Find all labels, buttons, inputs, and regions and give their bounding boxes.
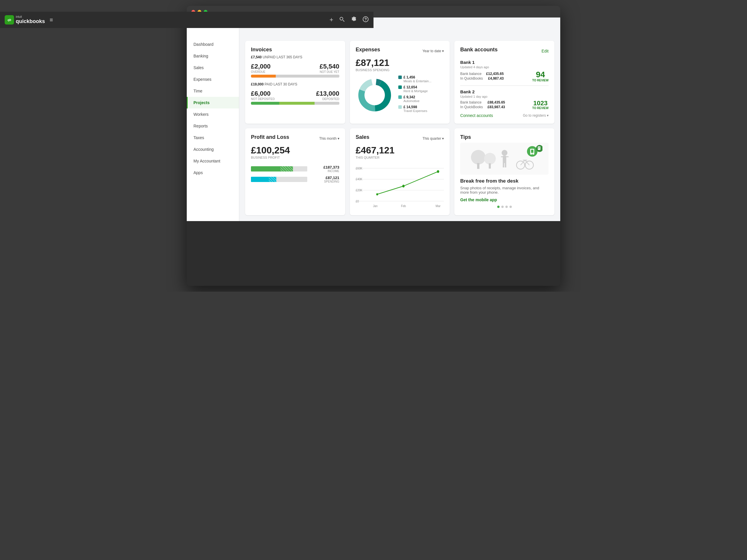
bank-accounts-card: Bank accounts Edit Bank 1 Updated 4 days… [454, 41, 555, 124]
invoices-notdue-amount: £5,540 [319, 63, 339, 70]
svg-text:£60K: £60K [356, 166, 362, 170]
connect-accounts-link[interactable]: Connect accounts [460, 113, 493, 118]
income-bar-info: £187,373 INCOME [310, 165, 339, 173]
svg-point-7 [364, 85, 385, 105]
bank-name-0: Bank 1 [460, 60, 548, 65]
dot-2[interactable] [506, 206, 508, 208]
svg-rect-28 [501, 156, 504, 157]
invoices-title: Invoices [251, 47, 339, 53]
legend-dot-0 [398, 76, 402, 79]
svg-rect-30 [503, 163, 504, 167]
pnl-filter[interactable]: This month ▾ [319, 136, 339, 140]
spending-bar-info: £87,121 SPENDING [310, 176, 339, 183]
expenses-title: Expenses [356, 47, 380, 53]
sales-total: £467,121 [356, 145, 444, 156]
spending-bar-track [251, 177, 307, 182]
invoices-progress-bar2 [251, 102, 339, 105]
sidebar-item-expenses[interactable]: Expenses [187, 74, 239, 85]
invoices-notdeposited-amount: £6,000 [251, 90, 275, 98]
invoices-overdue-amount: £2,000 [251, 63, 271, 70]
expenses-legend: £ 1,456 Meals & Entertain... £ 12,654 Re… [398, 75, 444, 115]
tips-title: Tips [460, 134, 548, 140]
legend-dot-1 [398, 85, 402, 89]
svg-rect-31 [505, 163, 506, 167]
not-deposited-bar [251, 102, 279, 105]
bank-card-header: Bank accounts Edit [460, 47, 548, 55]
bank-name-1: Bank 2 [460, 89, 548, 94]
invoices-unpaid-label: £7,540 UNPAID LAST 365 DAYS [251, 55, 339, 59]
top-nav: qb intuit quickbooks ≡ + [187, 12, 374, 28]
sales-header: Sales This quarter ▾ [356, 134, 444, 143]
svg-point-22 [471, 150, 486, 164]
sidebar-item-my-accountant[interactable]: My Accountant [187, 155, 239, 167]
bank-updated-0: Updated 4 days ago [460, 65, 548, 69]
svg-rect-25 [489, 163, 491, 168]
sidebar-item-dashboard[interactable]: Dashboard [187, 38, 239, 50]
invoices-notdeposited-label: NOT DEPOSITED [251, 98, 275, 101]
sidebar-item-apps[interactable]: Apps [187, 167, 239, 179]
sidebar-item-sales[interactable]: Sales [187, 62, 239, 74]
svg-point-0 [340, 17, 343, 20]
pnl-total: £100,254 [251, 145, 339, 156]
review-badge-0[interactable]: 94 TO REVIEW [532, 71, 548, 82]
expenses-filter[interactable]: Year to date ▾ [422, 49, 444, 53]
sidebar-item-time[interactable]: Time [187, 85, 239, 97]
sidebar-item-workers[interactable]: Workers [187, 108, 239, 120]
svg-point-17 [402, 185, 405, 187]
svg-line-1 [343, 20, 344, 22]
svg-point-18 [437, 170, 439, 173]
sidebar-item-projects[interactable]: Projects [187, 97, 239, 108]
search-button[interactable] [339, 16, 345, 24]
expenses-content: £ 1,456 Meals & Entertain... £ 12,654 Re… [356, 75, 444, 115]
svg-text:£0: £0 [356, 199, 359, 203]
svg-point-24 [484, 153, 496, 164]
sidebar: Dashboard Banking Sales Expenses Time Pr… [187, 18, 239, 221]
spending-bar-row: £87,121 SPENDING [251, 176, 339, 183]
sidebar-item-banking[interactable]: Banking [187, 50, 239, 62]
sales-filter[interactable]: This quarter ▾ [422, 136, 444, 140]
add-button[interactable]: + [330, 16, 333, 24]
tips-illustration [460, 143, 548, 175]
dot-3[interactable] [510, 206, 512, 208]
sidebar-item-reports[interactable]: Reports [187, 120, 239, 132]
tips-card-title: Break free from the desk [460, 178, 548, 184]
go-registers-link[interactable]: Go to registers ▾ [523, 113, 548, 117]
bank-edit-link[interactable]: Edit [542, 49, 548, 53]
sales-line-chart: £60K £40K £20K £0 Jan F [356, 163, 444, 209]
expenses-donut-chart [356, 76, 394, 114]
overdue-bar [251, 75, 276, 78]
legend-item-0: £ 1,456 Meals & Entertain... [398, 75, 444, 83]
svg-point-26 [501, 150, 508, 156]
svg-rect-23 [477, 163, 480, 169]
legend-dot-2 [398, 96, 402, 99]
expenses-sublabel: BUSINESS SPENDING [356, 68, 444, 72]
svg-text:Feb: Feb [401, 204, 406, 208]
dashboard-grid: Invoices £7,540 UNPAID LAST 365 DAYS £2,… [245, 41, 555, 215]
dot-0[interactable] [497, 206, 499, 208]
dot-1[interactable] [501, 206, 504, 208]
settings-button[interactable] [351, 16, 357, 24]
invoices-deposited-label: DEPOSITED [316, 98, 339, 101]
profit-loss-card: Profit and Loss This month ▾ £100,254 BU… [245, 128, 345, 215]
qb-balance-0: £4,987.43 [488, 76, 504, 80]
income-bar-track [251, 166, 307, 171]
svg-text:Jan: Jan [373, 204, 378, 208]
main-content: Invoices £7,540 UNPAID LAST 365 DAYS £2,… [239, 18, 560, 221]
tips-cta-link[interactable]: Get the mobile app [460, 197, 548, 202]
help-button[interactable] [362, 16, 369, 24]
svg-rect-39 [531, 150, 534, 153]
income-bar-row: £187,373 INCOME [251, 165, 339, 173]
sidebar-item-accounting[interactable]: Accounting [187, 143, 239, 155]
review-badge-1[interactable]: 1023 TO REVIEW [532, 100, 548, 110]
sidebar-item-taxes[interactable]: Taxes [187, 132, 239, 143]
svg-text:£20K: £20K [356, 188, 362, 192]
bank-balance-0: £12,435.65 [486, 72, 504, 76]
svg-rect-42 [538, 146, 540, 150]
invoices-amounts-row2: £6,000 NOT DEPOSITED £13,000 DEPOSITED [251, 90, 339, 101]
deposited-bar [279, 102, 314, 105]
expenses-total: £87,121 [356, 57, 444, 68]
bank-item-1: Bank 2 Updated 1 day ago Bank balance £8… [460, 89, 548, 110]
invoices-notdue-label: NOT DUE YET [319, 70, 339, 74]
invoices-deposited-amount: £13,000 [316, 90, 339, 98]
pnl-sublabel: BUSINESS PROFIT [251, 156, 339, 159]
